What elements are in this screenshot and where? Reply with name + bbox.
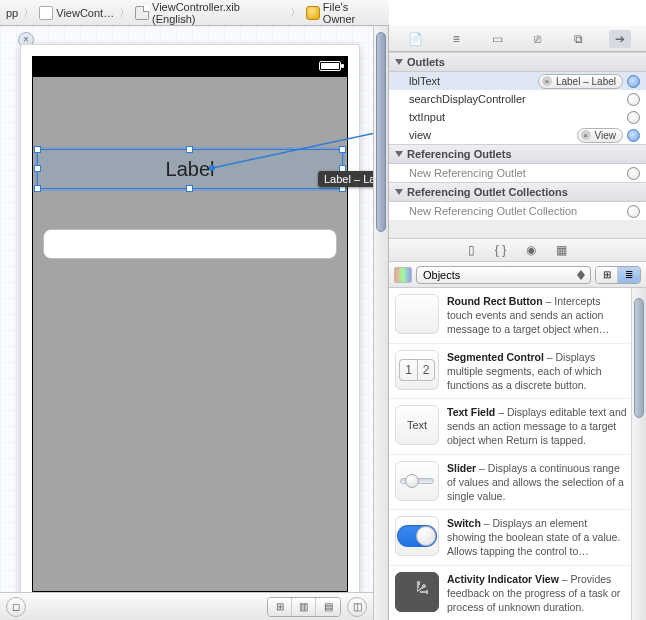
referencing-outlets-title: Referencing Outlets: [407, 148, 512, 160]
referencing-outlets-header[interactable]: Referencing Outlets: [389, 144, 646, 164]
library-item[interactable]: TextText Field – Displays editable text …: [389, 399, 646, 455]
breadcrumb[interactable]: pp 〉 ViewCont… 〉 ViewController.xib (Eng…: [0, 0, 389, 26]
referencing-outlets-section: New Referencing Outlet: [389, 164, 646, 182]
library-item-thumb: [395, 516, 439, 556]
resize-handle[interactable]: [339, 146, 346, 153]
library-item-thumb: [395, 572, 439, 612]
resize-behavior-button[interactable]: ◫: [347, 597, 367, 617]
library-tabs[interactable]: ▯ { } ◉ ▦: [389, 238, 646, 262]
resize-handle[interactable]: [34, 185, 41, 192]
disconnect-icon[interactable]: ×: [581, 130, 591, 140]
library-item-thumb: [395, 461, 439, 501]
library-item-text: Switch – Displays an element showing the…: [447, 516, 628, 559]
library-item-thumb: Text: [395, 405, 439, 445]
status-bar: [33, 57, 347, 77]
file-icon: [39, 6, 53, 20]
align-button[interactable]: ⊞: [268, 598, 292, 616]
library-view-toggle[interactable]: ⊞ ≣: [595, 266, 641, 284]
object-library-icon[interactable]: ◉: [526, 243, 536, 257]
identity-inspector-tab-icon[interactable]: ▭: [486, 30, 508, 48]
list-view-button[interactable]: ≣: [618, 267, 640, 283]
resize-handle[interactable]: [186, 146, 193, 153]
library-item-text: Slider – Displays a continuous range of …: [447, 461, 628, 504]
disclosure-triangle-icon: [395, 59, 403, 65]
crumb-app[interactable]: pp: [4, 7, 20, 19]
document-outline-toggle[interactable]: ◻: [6, 597, 26, 617]
library-item-thumb: [395, 294, 439, 334]
outlet-row-view[interactable]: view × View: [389, 126, 646, 144]
library-toolbar: Objects ⊞ ≣: [389, 262, 646, 288]
attributes-inspector-tab-icon[interactable]: ⎚: [527, 30, 549, 48]
outlet-connector-dot[interactable]: [627, 205, 640, 218]
crumb-owner[interactable]: File's Owner: [304, 1, 385, 25]
battery-icon: [319, 61, 341, 71]
root-view[interactable]: Label: [32, 56, 348, 592]
referencing-collections-header[interactable]: Referencing Outlet Collections: [389, 182, 646, 202]
pin-button[interactable]: ▥: [292, 598, 316, 616]
library-item[interactable]: Switch – Displays an element showing the…: [389, 510, 646, 566]
canvas-layout-segmented[interactable]: ⊞ ▥ ▤: [267, 597, 341, 617]
referencing-collections-section: New Referencing Outlet Collection: [389, 202, 646, 220]
outlet-connection-pill[interactable]: × Label – Label: [538, 74, 623, 89]
canvas-bottom-toolbar: ◻ ⊞ ▥ ▤ ◫: [0, 592, 373, 620]
resize-handle[interactable]: [186, 185, 193, 192]
code-snippet-library-icon[interactable]: { }: [495, 243, 506, 257]
size-inspector-tab-icon[interactable]: ⧉: [568, 30, 590, 48]
library-item[interactable]: 12Segmented Control – Displays multiple …: [389, 344, 646, 400]
library-category-select[interactable]: Objects: [416, 266, 591, 284]
breadcrumb-sep: 〉: [116, 5, 133, 20]
outlet-connector-dot[interactable]: [627, 93, 640, 106]
file-template-library-icon[interactable]: ▯: [468, 243, 475, 257]
xib-file-icon: [135, 6, 149, 20]
outlet-row-lbltext[interactable]: lblText × Label – Label: [389, 72, 646, 90]
library-item-text: Round Rect Button – Intercepts touch eve…: [447, 294, 628, 337]
uilabel-selected[interactable]: Label: [37, 149, 343, 189]
scrollbar-knob[interactable]: [376, 32, 386, 232]
scrollbar-knob[interactable]: [634, 298, 644, 418]
library-item[interactable]: Activity Indicator View – Provides feedb…: [389, 566, 646, 620]
crumb-file1-label: ViewCont…: [56, 7, 114, 19]
breadcrumb-sep: 〉: [20, 5, 37, 20]
crumb-owner-label: File's Owner: [323, 1, 383, 25]
file-inspector-tab-icon[interactable]: 📄: [404, 30, 426, 48]
outlet-row-txtinput[interactable]: txtInput: [389, 108, 646, 126]
uitextfield[interactable]: [43, 229, 337, 259]
outlet-row-searchdisplay[interactable]: searchDisplayController: [389, 90, 646, 108]
outlet-connector-dot[interactable]: [627, 167, 640, 180]
resize-handle[interactable]: [34, 165, 41, 172]
outlets-title: Outlets: [407, 56, 445, 68]
outlet-connection-pill[interactable]: × View: [577, 128, 624, 143]
outlet-name: lblText: [409, 75, 440, 87]
library-item[interactable]: Slider – Displays a continuous range of …: [389, 455, 646, 511]
library-swatch-icon: [394, 267, 412, 283]
resolve-button[interactable]: ▤: [316, 598, 340, 616]
connections-inspector-tab-icon[interactable]: ➔: [609, 30, 631, 48]
crumb-file2[interactable]: ViewController.xib (English): [133, 1, 287, 25]
new-referencing-collection-row[interactable]: New Referencing Outlet Collection: [389, 202, 646, 220]
media-library-icon[interactable]: ▦: [556, 243, 567, 257]
disclosure-triangle-icon: [395, 151, 403, 157]
connection-tooltip: Label – La: [318, 171, 378, 187]
outlet-connector-dot[interactable]: [627, 111, 640, 124]
library-scrollbar[interactable]: [631, 288, 646, 620]
outlet-connector-dot[interactable]: [627, 129, 640, 142]
uilabel-text: Label: [166, 158, 215, 181]
canvas-scrollbar-vertical[interactable]: [373, 26, 388, 620]
library-item-text: Activity Indicator View – Provides feedb…: [447, 572, 628, 615]
interface-builder-canvas[interactable]: × Label: [0, 26, 389, 620]
outlets-section-header[interactable]: Outlets: [389, 52, 646, 72]
outlet-connector-dot[interactable]: [627, 75, 640, 88]
disconnect-icon[interactable]: ×: [542, 76, 552, 86]
library-item[interactable]: Round Rect Button – Intercepts touch eve…: [389, 288, 646, 344]
device-frame: Label: [20, 44, 360, 604]
crumb-app-label: pp: [6, 7, 18, 19]
crumb-file1[interactable]: ViewCont…: [37, 6, 116, 20]
object-library-list[interactable]: Round Rect Button – Intercepts touch eve…: [389, 288, 646, 620]
referencing-collections-title: Referencing Outlet Collections: [407, 186, 568, 198]
new-referencing-outlet-row[interactable]: New Referencing Outlet: [389, 164, 646, 182]
grid-view-button[interactable]: ⊞: [596, 267, 618, 283]
quick-help-tab-icon[interactable]: ≡: [445, 30, 467, 48]
inspector-tabs[interactable]: 📄 ≡ ▭ ⎚ ⧉ ➔: [389, 26, 646, 52]
resize-handle[interactable]: [34, 146, 41, 153]
library-item-thumb: 12: [395, 350, 439, 390]
